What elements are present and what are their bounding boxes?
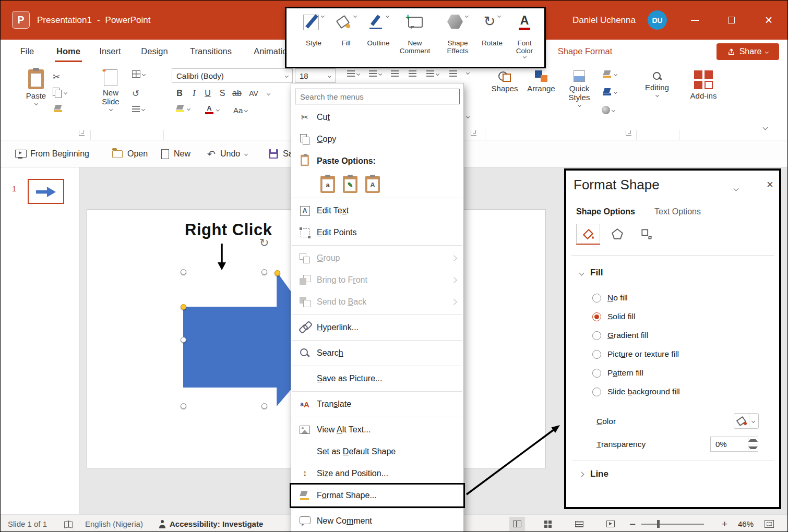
text-direction-button[interactable] — [426, 70, 439, 77]
adjust-handle-left[interactable] — [181, 304, 186, 310]
option-no-fill[interactable]: No fill — [592, 292, 628, 304]
paste-keep-source-formatting-icon[interactable]: a — [320, 176, 335, 193]
fill-section-header[interactable]: Fill — [580, 268, 603, 278]
maximize-button[interactable] — [720, 1, 743, 40]
menu-item-edit-text[interactable]: A Edit Text — [291, 200, 463, 222]
align-dropdown[interactable] — [467, 115, 469, 118]
copy-button[interactable] — [52, 87, 67, 98]
numbering-button[interactable] — [369, 70, 381, 77]
drawing-dialog-launcher[interactable] — [626, 130, 631, 136]
resize-handle-middle-left[interactable] — [181, 337, 186, 343]
resize-handle-bottom-left[interactable] — [181, 403, 186, 409]
spacing-dropdown[interactable] — [261, 86, 275, 101]
menu-item-cut[interactable]: ✂ Cut — [291, 106, 463, 128]
option-slide-background-fill[interactable]: Slide background fill — [592, 385, 680, 398]
font-color-button-popup[interactable]: A Font Color — [505, 15, 544, 58]
color-picker-button[interactable] — [734, 413, 759, 429]
search-input[interactable] — [295, 89, 460, 104]
menu-item-translate[interactable]: aA Translate — [291, 393, 463, 415]
open-button[interactable]: Open — [112, 140, 148, 167]
font-size-combo[interactable]: 18 — [295, 68, 336, 83]
size-properties-tab[interactable] — [635, 224, 659, 245]
new-slide-button[interactable]: ✦ New Slide — [97, 69, 125, 111]
highlight-button[interactable] — [175, 105, 190, 112]
effects-tab[interactable] — [605, 224, 629, 245]
change-case-button[interactable]: Aa — [233, 106, 247, 115]
zoom-slider-track[interactable] — [641, 524, 704, 525]
bold-button[interactable]: B — [173, 86, 186, 101]
slide-layout-button[interactable] — [132, 70, 145, 78]
option-picture-texture-fill[interactable]: Picture or texture fill — [592, 348, 679, 360]
shape-effects-button[interactable] — [602, 106, 615, 114]
accessibility-button[interactable]: Accessibility: Investigate — [159, 515, 263, 532]
underline-button[interactable]: U — [201, 86, 214, 101]
character-spacing-button[interactable]: AV — [247, 86, 260, 101]
font-color-button[interactable]: A — [204, 105, 219, 114]
add-ins-button[interactable]: Add-ins — [686, 70, 721, 100]
paragraph-dialog-launcher[interactable] — [471, 130, 476, 136]
outline-button[interactable]: Outline — [359, 15, 398, 47]
menu-item-search[interactable]: Search — [291, 342, 463, 364]
new-comment-button[interactable]: + New Comment — [395, 15, 435, 55]
arrange-button[interactable]: Arrange — [524, 70, 558, 93]
option-solid-fill[interactable]: Solid fill — [592, 310, 635, 323]
menu-item-save-as-picture[interactable]: Save as Picture... — [291, 368, 463, 390]
tab-file[interactable]: File — [18, 40, 36, 63]
tab-shape-options[interactable]: Shape Options — [576, 207, 635, 216]
slideshow-view-button[interactable] — [603, 517, 618, 531]
tab-home[interactable]: Home — [55, 40, 82, 63]
font-name-combo[interactable]: Calibri (Body) — [172, 68, 293, 83]
menu-item-hyperlink[interactable]: Hyperlink... — [291, 317, 463, 338]
pane-collapse-button[interactable] — [734, 183, 738, 192]
from-beginning-button[interactable]: From Beginning — [15, 140, 89, 167]
shapes-button[interactable]: Shapes — [490, 70, 519, 93]
line-section-header[interactable]: Line — [580, 469, 608, 479]
language-button[interactable]: English (Nigeria) — [85, 515, 143, 532]
paragraph-dropdown[interactable] — [467, 71, 469, 74]
share-button[interactable]: Share — [717, 43, 779, 60]
italic-button[interactable]: I — [187, 86, 201, 101]
adjust-handle-top[interactable] — [274, 270, 280, 276]
menu-item-view-alt-text[interactable]: View Alt Text... — [291, 419, 463, 441]
transparency-spinner[interactable]: 0% — [710, 437, 758, 452]
menu-item-set-default-shape[interactable]: Set as Default Shape — [291, 441, 463, 463]
cut-button[interactable]: ✂ — [53, 71, 60, 82]
close-button[interactable]: × — [757, 1, 780, 40]
color-dropdown[interactable] — [749, 414, 757, 428]
option-gradient-fill[interactable]: Gradient fill — [592, 329, 648, 342]
shape-fill-button[interactable] — [602, 70, 617, 78]
resize-handle-top-left[interactable] — [181, 269, 186, 275]
tab-shape-format[interactable]: Shape Format — [553, 40, 617, 63]
tab-text-options[interactable]: Text Options — [654, 207, 701, 216]
slide-thumbnail[interactable] — [28, 179, 64, 204]
indent-decrease-button[interactable] — [391, 70, 399, 77]
strikethrough-button[interactable]: ab — [230, 86, 244, 101]
menu-item-size-and-position[interactable]: ↕ Size and Position... — [291, 463, 463, 485]
tab-insert[interactable]: Insert — [98, 40, 123, 63]
normal-view-button[interactable] — [509, 517, 525, 531]
text-shadow-button[interactable]: S — [216, 86, 229, 101]
paste-button[interactable]: Paste — [21, 69, 51, 105]
paste-text-only-icon[interactable]: A — [365, 176, 380, 193]
fill-line-tab[interactable] — [576, 224, 600, 245]
zoom-slider-thumb[interactable] — [657, 520, 660, 528]
undo-button[interactable]: ↶ Undo — [207, 140, 247, 167]
proofing-button[interactable] — [64, 515, 73, 532]
quick-styles-button[interactable]: Quick Styles — [563, 70, 595, 106]
slide-sorter-view-button[interactable] — [540, 517, 556, 531]
shape-effects-button-popup[interactable]: Shape Effects — [438, 15, 477, 55]
option-pattern-fill[interactable]: Pattern fill — [592, 367, 643, 379]
tab-design[interactable]: Design — [139, 40, 170, 63]
zoom-level[interactable]: 46% — [738, 515, 754, 532]
editing-button[interactable]: Editing — [640, 71, 674, 96]
shape-outline-button[interactable] — [602, 88, 617, 95]
spinner-down-button[interactable] — [748, 444, 758, 451]
minimize-button[interactable] — [683, 1, 706, 40]
reading-view-button[interactable] — [571, 517, 587, 531]
pane-close-button[interactable]: × — [767, 179, 773, 190]
new-button[interactable]: New — [161, 140, 190, 167]
clipboard-dialog-launcher[interactable] — [79, 130, 85, 136]
avatar[interactable]: DU — [648, 10, 667, 30]
menu-item-format-shape[interactable]: Format Shape... — [291, 485, 463, 506]
zoom-in-button[interactable]: + — [722, 515, 727, 532]
